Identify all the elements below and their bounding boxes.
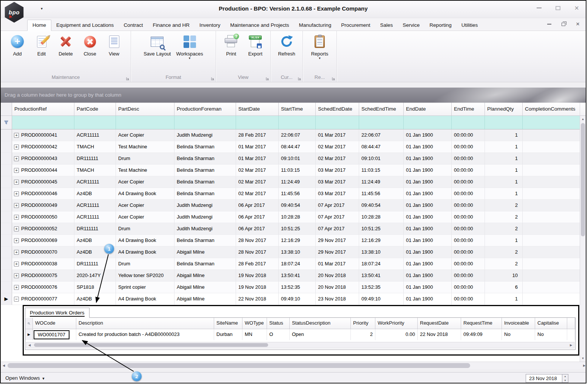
grid-cell[interactable]: 01 Jan 1900 xyxy=(404,165,452,176)
detail-column-header-description[interactable]: Description xyxy=(76,318,214,329)
delete-button[interactable]: Delete xyxy=(54,32,77,57)
dialog-launcher-icon[interactable] xyxy=(266,77,269,80)
grid-cell[interactable]: +PROD00000043 xyxy=(12,153,74,165)
table-row[interactable]: ▶−PROD00000077Az4DBA4 Drawing BookAbigai… xyxy=(1,293,581,305)
expand-row-button[interactable]: + xyxy=(14,168,19,173)
grid-cell[interactable]: 13:50:41 xyxy=(359,270,404,282)
dialog-launcher-icon[interactable] xyxy=(211,77,215,80)
grid-cell[interactable]: 00:00:00 xyxy=(452,165,485,176)
date-value[interactable]: 23 Nov 2018 xyxy=(526,374,562,383)
mdi-minimize-button[interactable] xyxy=(546,21,553,27)
grid-cell[interactable]: Abigail Milne xyxy=(174,293,236,305)
expand-row-button[interactable]: + xyxy=(14,262,19,266)
grid-cell[interactable]: 00:00:00 xyxy=(452,188,485,200)
column-header-schedendtime[interactable]: SchedEndTime xyxy=(359,103,404,116)
grid-cell[interactable]: 18:07:24 xyxy=(359,258,404,270)
grid-cell[interactable]: +PROD00000076 xyxy=(12,282,74,293)
grid-cell[interactable]: Belinda Sharman xyxy=(174,235,236,246)
expand-row-button[interactable]: + xyxy=(14,226,19,231)
filter-cell-schedendtime[interactable] xyxy=(359,116,404,129)
grid-cell[interactable]: ACR11111 xyxy=(74,176,116,188)
expand-row-button[interactable]: + xyxy=(14,180,19,185)
table-row[interactable]: +PROD00000052DR111111DrumJudith Mudzengi… xyxy=(1,223,581,235)
add-button[interactable]: +Add xyxy=(6,32,29,57)
table-row[interactable]: +PROD00000042TMACHTest MachineBelinda Sh… xyxy=(1,141,581,153)
minimize-button[interactable] xyxy=(534,4,543,12)
column-header-schedenddate[interactable]: SchedEndDate xyxy=(316,103,359,116)
grid-cell[interactable]: Belinda Sharman xyxy=(174,258,236,270)
filter-cell-schedenddate[interactable] xyxy=(316,116,359,129)
export-button[interactable]: XLSXExport xyxy=(244,32,267,57)
grid-cell[interactable]: Judith Mudzengi xyxy=(174,200,236,211)
grid-cell[interactable] xyxy=(523,165,581,176)
column-header-completioncomments[interactable]: CompletionComments xyxy=(523,103,581,116)
grid-cell[interactable]: 01 Mar 2017 xyxy=(316,129,359,141)
grid-cell[interactable]: 2 xyxy=(485,246,523,258)
grid-cell[interactable]: 2 xyxy=(485,223,523,235)
grid-cell[interactable]: +PROD00000052 xyxy=(12,223,74,235)
grid-cell[interactable]: 09:40:54 xyxy=(359,200,404,211)
grid-cell[interactable]: 01 Mar 2017 xyxy=(316,258,359,270)
detail-column-header-capitalise[interactable]: Capitalise xyxy=(535,318,567,329)
table-row[interactable]: +PROD00000046Az4DBA4 Drawing BookBelinda… xyxy=(1,188,581,200)
table-row[interactable]: +PROD00000070Az4DBA4 Drawing BookAbigail… xyxy=(1,246,581,258)
grid-cell[interactable]: Az4DB xyxy=(74,293,116,305)
grid-cell[interactable]: 01 Jan 1900 xyxy=(404,141,452,153)
mdi-close-button[interactable]: × xyxy=(574,21,581,27)
grid-cell[interactable]: 28 Feb 2017 xyxy=(236,129,279,141)
grid-cell[interactable] xyxy=(523,293,581,305)
column-header-partdesc[interactable]: PartDesc xyxy=(116,103,174,116)
group-by-panel[interactable]: Drag a column header here to group by th… xyxy=(1,88,586,103)
grid-cell[interactable]: 00:00:00 xyxy=(452,246,485,258)
grid-cell[interactable]: 03 Mar 2017 xyxy=(316,188,359,200)
tab-inventory[interactable]: Inventory xyxy=(194,20,225,31)
grid-cell[interactable]: A4 Drawing Book xyxy=(116,293,174,305)
grid-cell[interactable]: Acer Copier xyxy=(116,200,174,211)
grid-cell[interactable]: −PROD00000077 xyxy=(12,293,74,305)
column-header-partcode[interactable]: PartCode xyxy=(74,103,116,116)
grid-cell[interactable] xyxy=(523,223,581,235)
column-header-productionforeman[interactable]: ProductionForeman xyxy=(174,103,236,116)
grid-cell[interactable]: Durban xyxy=(214,329,242,340)
grid-cell[interactable]: 03 Mar 2017 xyxy=(316,165,359,176)
grid-cell[interactable]: 19 Nov 2018 xyxy=(236,270,279,282)
grid-cell[interactable]: 29 Nov 2017 xyxy=(316,246,359,258)
grid-cell[interactable]: WO0001707 xyxy=(33,329,76,340)
grid-cell[interactable]: 29 Nov 2017 xyxy=(316,235,359,246)
grid-cell[interactable]: Belinda Sharman xyxy=(174,153,236,165)
close-button[interactable]: Close xyxy=(78,32,102,57)
grid-cell[interactable]: 02 Mar 2017 xyxy=(236,188,279,200)
grid-cell[interactable]: Acer Copier xyxy=(116,129,174,141)
scrollbar-thumb[interactable] xyxy=(34,343,268,347)
expand-row-button[interactable]: + xyxy=(14,215,19,220)
grid-cell[interactable]: +PROD00000044 xyxy=(12,165,74,176)
workspaces-button[interactable]: Workspaces▾ xyxy=(174,32,205,60)
grid-cell[interactable]: Belinda Sharman xyxy=(174,188,236,200)
reports-button[interactable]: Reports▾ xyxy=(308,32,332,60)
tab-home[interactable]: Home xyxy=(27,20,51,31)
grid-cell[interactable]: 09:49:10 xyxy=(279,293,316,305)
filter-cell-starttime[interactable] xyxy=(279,116,316,129)
grid-cell[interactable]: 28 Nov 2017 xyxy=(236,235,279,246)
grid-cell[interactable]: Open xyxy=(290,329,351,340)
refresh-button[interactable]: Refresh xyxy=(275,32,298,57)
filter-cell-completioncomments[interactable] xyxy=(523,116,581,129)
grid-cell[interactable]: +PROD00000045 xyxy=(12,176,74,188)
grid-cell[interactable]: 01 Jan 1900 xyxy=(404,200,452,211)
grid-cell[interactable]: 00:00:00 xyxy=(452,270,485,282)
date-picker[interactable]: 23 Nov 2018 ▲ ▼ xyxy=(526,374,568,383)
grid-cell[interactable]: MN xyxy=(242,329,267,340)
grid-cell[interactable]: 01 Jan 1900 xyxy=(404,282,452,293)
filter-cell-productionforeman[interactable] xyxy=(174,116,236,129)
grid-cell[interactable]: 01 Jan 1900 xyxy=(404,176,452,188)
scroll-right-button[interactable]: ▶ xyxy=(568,342,574,348)
grid-cell[interactable]: 02 Mar 2017 xyxy=(236,165,279,176)
grid-cell[interactable]: Yellow toner SP2020 xyxy=(116,270,174,282)
grid-cell[interactable]: 01 Jan 1900 xyxy=(404,235,452,246)
grid-cell[interactable]: 20 Nov 2018 xyxy=(316,282,359,293)
grid-cell[interactable]: 18:07:24 xyxy=(279,258,316,270)
dialog-launcher-icon[interactable] xyxy=(126,77,130,80)
tab-reporting[interactable]: Reporting xyxy=(424,20,457,31)
grid-cell[interactable]: +PROD00000049 xyxy=(12,200,74,211)
grid-cell[interactable]: 28 Feb 2017 xyxy=(236,258,279,270)
